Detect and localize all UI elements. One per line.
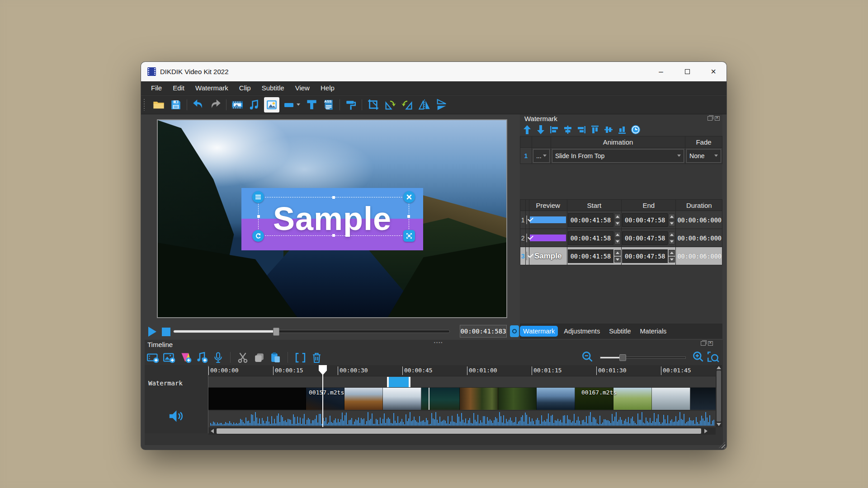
close-button[interactable]: ×: [700, 62, 726, 81]
time-clock-icon[interactable]: [630, 124, 641, 135]
title-bar[interactable]: DIKDIK Video Kit 2022 – ×: [141, 62, 726, 81]
selection-handle[interactable]: [407, 215, 410, 218]
enabled-checkbox[interactable]: [526, 234, 527, 242]
scroll-left-arrow[interactable]: [208, 427, 216, 435]
clip-thumbnail[interactable]: [652, 388, 690, 410]
spin-down-button[interactable]: [669, 221, 675, 226]
split-icon[interactable]: [294, 351, 307, 364]
timeline-vertical-scrollbar[interactable]: [716, 365, 722, 427]
spin-down-button[interactable]: [614, 239, 621, 244]
zoom-fit-icon[interactable]: [707, 351, 719, 365]
menu-file[interactable]: File: [146, 81, 167, 95]
clip-thumbnail[interactable]: [383, 388, 421, 410]
clip-thumbnail[interactable]: [344, 388, 383, 410]
animation-column-header[interactable]: Animation: [551, 136, 685, 148]
end-time-field[interactable]: 00:00:47:58: [622, 213, 668, 227]
video-preview[interactable]: Sample: [157, 119, 507, 318]
shape-dropdown-caret[interactable]: [297, 103, 300, 106]
scrollbar-thumb[interactable]: [717, 371, 721, 422]
timeline-horizontal-scrollbar[interactable]: [208, 427, 716, 435]
seek-thumb[interactable]: [273, 328, 279, 336]
start-time-field[interactable]: 00:00:41:58: [568, 231, 613, 245]
menu-edit[interactable]: Edit: [167, 81, 190, 95]
video-track[interactable]: 00157.m2ts 00167.m2ts: [208, 388, 716, 410]
snapshot-button[interactable]: [510, 325, 519, 337]
tab-materials[interactable]: Materials: [637, 326, 670, 337]
close-panel-icon[interactable]: [708, 341, 713, 346]
spin-down-button[interactable]: [669, 257, 675, 263]
fade-dropdown[interactable]: None: [686, 149, 721, 163]
ass-subtitle-icon[interactable]: ASS: [321, 97, 336, 113]
align-left-icon[interactable]: [549, 124, 560, 135]
scroll-right-arrow[interactable]: [702, 427, 709, 435]
duration-column-header[interactable]: Duration: [676, 200, 722, 211]
spin-down-button[interactable]: [614, 257, 621, 263]
preview-column-header[interactable]: Preview: [529, 200, 567, 211]
spin-up-button[interactable]: [614, 232, 621, 238]
audio-mute-icon[interactable]: [168, 409, 184, 425]
add-image-icon[interactable]: [264, 97, 279, 113]
undo-icon[interactable]: [190, 97, 206, 113]
clip-thumbnail[interactable]: [421, 388, 460, 410]
spin-up-button[interactable]: [669, 214, 675, 220]
tab-subtitle[interactable]: Subtitle: [606, 326, 634, 337]
paint-roller-icon[interactable]: [343, 97, 359, 113]
spin-up-button[interactable]: [669, 232, 675, 238]
menu-view[interactable]: View: [290, 81, 315, 95]
move-down-icon[interactable]: [535, 124, 546, 135]
watermark-row-2[interactable]: 2 00:00:41:58 00:00:47:58 00:00:06:000: [520, 229, 722, 247]
align-bottom-icon[interactable]: [617, 124, 627, 135]
animation-dropdown[interactable]: Slide In From Top: [552, 149, 684, 163]
record-audio-icon[interactable]: [212, 351, 224, 364]
flip-horizontal-icon[interactable]: [417, 97, 432, 113]
spin-up-button[interactable]: [614, 214, 621, 220]
maximize-button[interactable]: [674, 62, 700, 81]
add-text-icon[interactable]: [304, 97, 319, 113]
watermark-selection-box[interactable]: [258, 197, 409, 236]
crop-icon[interactable]: [365, 97, 381, 113]
zoom-slider[interactable]: [600, 357, 686, 359]
enabled-checkbox[interactable]: [526, 216, 527, 224]
end-time-field[interactable]: 00:00:47:58: [622, 249, 668, 263]
stop-button[interactable]: [162, 328, 170, 336]
enabled-checkbox[interactable]: [526, 252, 527, 260]
watermark-row-3-selected[interactable]: 3 Sample 00:00:41:58 00:00:47:58 00:00:0…: [520, 247, 722, 265]
paste-icon[interactable]: [269, 351, 282, 364]
fade-column-header[interactable]: Fade: [685, 136, 722, 148]
tab-adjustments[interactable]: Adjustments: [561, 326, 603, 337]
close-panel-icon[interactable]: [715, 116, 720, 121]
align-top-icon[interactable]: [590, 124, 600, 135]
copy-icon[interactable]: [253, 351, 265, 364]
scroll-up-arrow[interactable]: [717, 366, 721, 369]
start-time-field[interactable]: 00:00:41:58: [568, 213, 613, 227]
seek-slider[interactable]: [173, 330, 450, 333]
align-right-icon[interactable]: [576, 124, 587, 135]
clip-thumbnail[interactable]: [460, 388, 498, 410]
align-center-icon[interactable]: [562, 124, 573, 135]
add-image-clip-icon[interactable]: [163, 351, 175, 364]
rotate-left-icon[interactable]: [382, 97, 398, 113]
selection-handle[interactable]: [332, 196, 335, 199]
zoom-slider-thumb[interactable]: [619, 354, 626, 361]
toolbar-grip[interactable]: [144, 99, 146, 111]
minimize-button[interactable]: –: [648, 62, 674, 81]
menu-watermark[interactable]: Watermark: [190, 81, 234, 95]
watermark-delete-handle[interactable]: [403, 191, 415, 203]
add-video-clip-icon[interactable]: [146, 351, 159, 364]
zoom-out-icon[interactable]: [581, 351, 594, 365]
spin-down-button[interactable]: [669, 239, 675, 244]
scroll-down-arrow[interactable]: [717, 423, 721, 426]
add-music-icon[interactable]: [247, 97, 262, 113]
spin-up-button[interactable]: [614, 250, 621, 256]
start-time-field[interactable]: 00:00:41:58: [568, 249, 613, 263]
cut-icon[interactable]: [236, 351, 249, 364]
add-color-clip-icon[interactable]: [179, 351, 192, 364]
selection-handle[interactable]: [257, 215, 260, 218]
float-panel-icon[interactable]: [708, 116, 712, 121]
menu-subtitle[interactable]: Subtitle: [256, 81, 290, 95]
watermark-track[interactable]: [208, 376, 716, 388]
align-middle-icon[interactable]: [603, 124, 614, 135]
watermark-clip[interactable]: [387, 377, 410, 387]
selection-handle[interactable]: [332, 234, 335, 237]
zoom-in-icon[interactable]: [692, 351, 704, 365]
